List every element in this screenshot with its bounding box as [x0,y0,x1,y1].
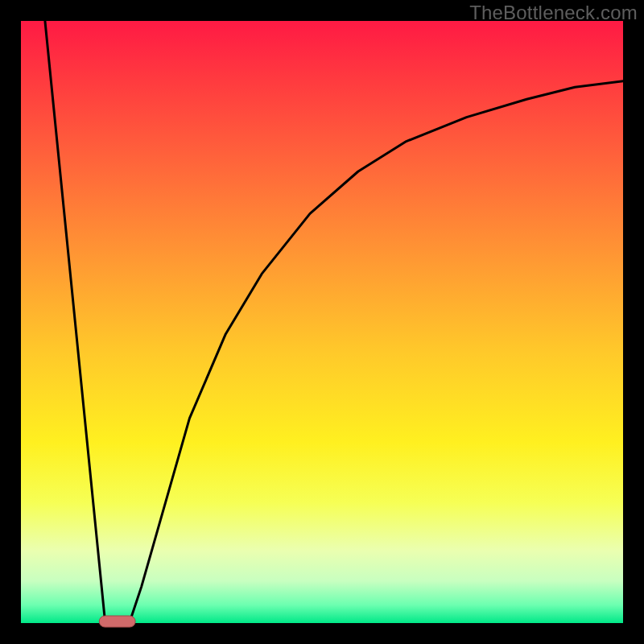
min-marker [99,616,135,627]
bottleneck-chart: TheBottleneck.com [0,0,644,644]
chart-canvas [0,0,644,644]
chart-background [21,21,623,623]
